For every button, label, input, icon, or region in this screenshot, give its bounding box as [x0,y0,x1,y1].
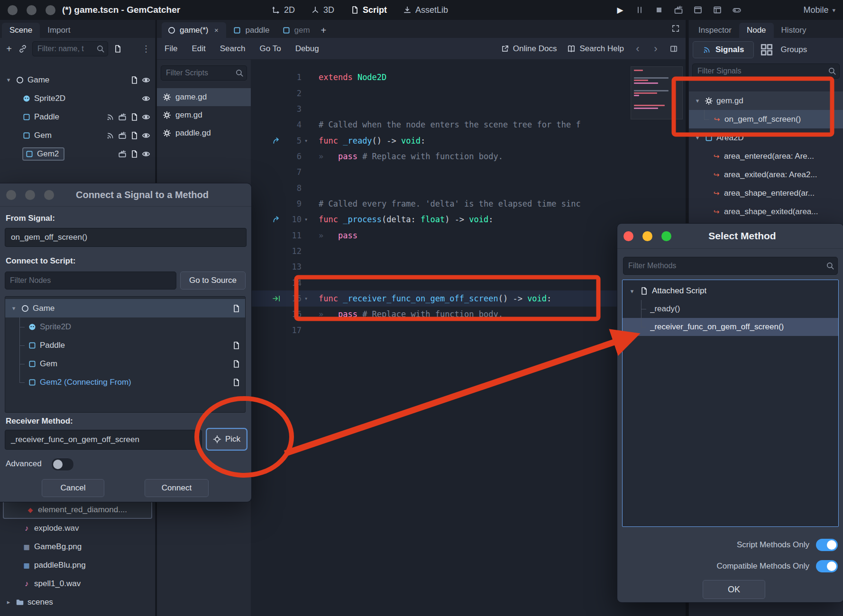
file-row[interactable]: ♪spell1_0.wav [0,574,155,593]
signal-connection-icon[interactable] [106,113,115,121]
code-line[interactable]: 11» pass [251,227,626,243]
signal-connection-icon[interactable] [106,131,115,140]
signal-row[interactable]: ↪area_shape_exited(area... [689,202,843,221]
code-line[interactable]: 6» pass # Replace with function body. [251,148,626,164]
compatible-methods-only-toggle[interactable] [816,560,838,572]
code-line[interactable]: 1extends Node2D [251,70,626,85]
visibility-eye-icon[interactable] [142,76,150,84]
signal-row[interactable]: ▾Area2D [689,128,843,147]
script-icon[interactable] [130,76,138,84]
workspace-tab-3d[interactable]: 3D [311,5,334,15]
fold-arrow-icon[interactable]: ▾ [304,295,308,302]
select-method-titlebar[interactable]: Select Method [617,224,843,249]
help-online-docs[interactable]: Online Docs [501,44,557,54]
go-to-source-button[interactable]: Go to Source [180,272,246,290]
code-line[interactable]: 2 [251,85,626,101]
more-options-icon[interactable]: ⋮ [142,45,150,53]
close-window-icon[interactable] [8,5,18,15]
expand-arrow-icon[interactable]: ▾ [694,134,701,141]
code-line[interactable]: 5▾func _ready() -> void: [251,133,626,148]
window-controls[interactable] [0,5,55,15]
code-line[interactable]: 12 [251,243,626,259]
dock-tab-scene[interactable]: Scene [2,23,40,38]
dock-tab-node[interactable]: Node [739,23,774,38]
history-forward-icon[interactable]: › [651,45,660,53]
advanced-toggle[interactable] [51,458,74,471]
close-window-icon[interactable] [6,190,16,200]
expand-arrow-icon[interactable]: ▾ [694,97,701,104]
scene-tree-row[interactable]: ▾Game [0,71,155,89]
signals-tab-button[interactable]: Signals [693,41,754,58]
method-row[interactable]: _ready() [623,300,838,318]
script-list-item[interactable]: game.gd [157,88,251,106]
groups-tab-button[interactable]: Groups [780,45,807,54]
scene-tree-row[interactable]: Gem [0,126,155,145]
code-line[interactable]: 16» pass # Replace with function body. [251,307,626,322]
group-icon[interactable] [118,131,127,140]
expand-arrow-icon[interactable]: ▸ [5,598,12,606]
connect-tree-row[interactable]: Sprite2D [5,317,245,336]
script-list-item[interactable]: gem.gd [157,106,251,124]
visibility-eye-icon[interactable] [142,131,150,140]
code-line[interactable]: 9# Called every frame. 'delta' is the el… [251,196,626,211]
attach-script-icon[interactable] [113,45,122,53]
code-line[interactable]: 7 [251,164,626,180]
movie-maker-button[interactable] [674,5,683,15]
code-line[interactable]: 14 [251,275,626,290]
layout-icon[interactable] [713,5,722,15]
scene-tab-game[interactable]: game(*)× [162,22,226,38]
code-line[interactable]: 13 [251,259,626,275]
workspace-tab-2d[interactable]: 2D [272,5,295,15]
script-icon[interactable] [130,131,138,140]
file-row[interactable]: ◆element_red_diamond.... [3,500,152,519]
group-icon[interactable] [118,113,127,121]
method-row[interactable]: _receiver_func_on_gem_off_screen() [623,318,838,336]
code-line[interactable]: 3 [251,101,626,117]
connect-tree-row[interactable]: Paddle [5,336,245,354]
history-back-icon[interactable]: ‹ [633,45,642,53]
code-line[interactable]: 10▾func _process(delta: float) -> void: [251,212,626,227]
help-search-help[interactable]: Search Help [567,44,624,54]
pick-button[interactable]: Pick [207,429,247,450]
menu-file[interactable]: File [165,44,177,54]
pause-button[interactable] [635,5,644,15]
add-node-icon[interactable]: + [5,45,13,53]
single-window-icon[interactable] [693,5,703,15]
minimize-window-icon[interactable] [25,190,35,200]
instance-scene-link-icon[interactable] [18,45,27,53]
connect-tree-row[interactable]: Gem [5,354,245,373]
connections-grid-button[interactable] [760,43,774,57]
gamepad-icon[interactable] [732,5,742,15]
dock-tab-inspector[interactable]: Inspector [691,23,739,38]
close-window-icon[interactable] [623,231,633,241]
method-row[interactable]: ▾Attached Script [623,282,838,300]
signal-row[interactable]: ↪area_entered(area: Are... [689,147,843,165]
scene-tab-gem[interactable]: gem [276,22,316,38]
menu-debug[interactable]: Debug [295,44,319,54]
expand-arrow-icon[interactable]: ▾ [628,288,636,295]
visibility-eye-icon[interactable] [142,113,150,121]
connect-dialog-titlebar[interactable]: Connect a Signal to a Method [0,183,251,207]
play-button[interactable]: ▶ [615,5,625,15]
signal-row[interactable]: ↪area_shape_entered(ar... [689,184,843,202]
script-list-item[interactable]: paddle.gd [157,124,251,142]
signal-row[interactable]: ▾gem.gd [689,91,843,110]
script-methods-only-toggle[interactable] [816,539,838,551]
file-row[interactable]: ▦paddleBlu.png [0,556,155,574]
code-line[interactable]: 8 [251,180,626,196]
cancel-button[interactable]: Cancel [42,479,104,497]
dock-tab-history[interactable]: History [774,23,814,38]
minimize-window-icon[interactable] [27,5,37,15]
code-line[interactable]: 17 [251,322,626,338]
code-minimap[interactable] [631,66,683,119]
new-scene-tab-button[interactable]: + [317,22,331,38]
workspace-tab-script[interactable]: Script [350,5,387,15]
filter-methods-input[interactable] [623,257,838,275]
file-row[interactable]: ▸scenes [0,593,155,611]
file-row[interactable]: ♪explode.wav [0,519,155,537]
script-icon[interactable] [130,150,138,158]
scene-tree-row[interactable]: Sprite2D [0,89,155,108]
menu-go-to[interactable]: Go To [260,44,281,54]
file-row[interactable]: ▦GameBg.png [0,537,155,556]
menu-edit[interactable]: Edit [192,44,205,54]
